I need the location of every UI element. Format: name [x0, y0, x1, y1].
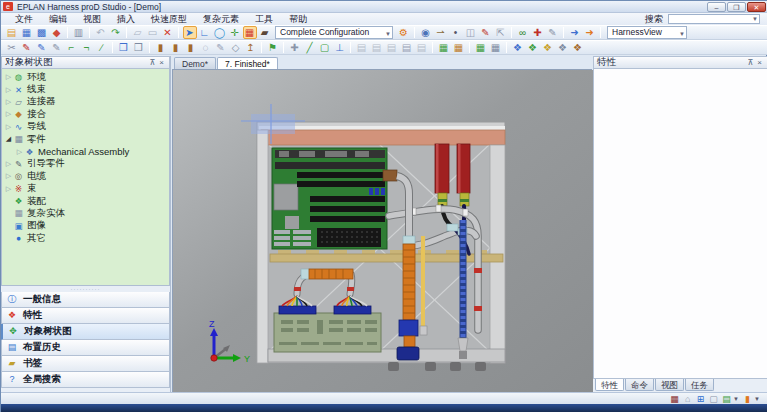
panel-button-4[interactable]: ▰书签: [1, 356, 170, 372]
menu-item-3[interactable]: 插入: [109, 14, 143, 24]
pen-light-icon[interactable]: ✎: [214, 41, 228, 54]
link-tool-icon[interactable]: ∞: [516, 26, 530, 39]
line-tool-icon[interactable]: ∕: [95, 41, 109, 54]
document-4-icon[interactable]: ▤: [400, 41, 414, 54]
table-view-4-icon[interactable]: ▦: [489, 41, 503, 54]
tree-expander-icon[interactable]: ▷: [15, 148, 24, 156]
configuration-settings-icon[interactable]: ⚙: [397, 26, 411, 39]
view-combo[interactable]: HarnessView▼: [607, 26, 687, 39]
document-tab-1[interactable]: 7. Finished*: [217, 57, 278, 69]
tree-item-11[interactable]: ▦复杂实体: [2, 207, 169, 219]
close-icon[interactable]: ×: [755, 58, 764, 67]
pen-red-icon[interactable]: ✎: [20, 41, 34, 54]
panel-button-1[interactable]: ❖特性: [1, 308, 170, 324]
workspace-mode-icon[interactable]: ▮: [741, 393, 754, 404]
cube-view-4-icon[interactable]: ❖: [556, 41, 570, 54]
library-1-icon[interactable]: ❒: [117, 41, 131, 54]
gem-tool-icon[interactable]: ◇: [229, 41, 243, 54]
selection-box-icon[interactable]: ▢: [707, 393, 720, 404]
cube-view-2-icon[interactable]: ❖: [526, 41, 540, 54]
panel-button-3[interactable]: ▤布置历史: [1, 340, 170, 356]
tree-expander-icon[interactable]: ▷: [4, 98, 13, 106]
tree-expander-icon[interactable]: ▷: [4, 185, 13, 193]
menu-item-5[interactable]: 复杂元素: [195, 14, 247, 24]
bundle-tool-3-icon[interactable]: ▮: [184, 41, 198, 54]
node-tool-icon[interactable]: ⊥: [333, 41, 347, 54]
import-arrow-1-icon[interactable]: ➜: [568, 26, 582, 39]
camera-view-icon[interactable]: ▰: [258, 26, 272, 39]
document-1-icon[interactable]: ▤: [355, 41, 369, 54]
dropdown-arrow-icon[interactable]: ▼: [385, 29, 391, 39]
segment-tool-icon[interactable]: ╱: [303, 41, 317, 54]
attach-tool-icon[interactable]: ✚: [531, 26, 545, 39]
point-tool-icon[interactable]: •: [449, 26, 463, 39]
viewport-3d[interactable]: Z Y: [172, 69, 592, 392]
motherboard-pcb[interactable]: [272, 148, 387, 249]
close-button[interactable]: ✕: [747, 2, 766, 12]
menu-item-7[interactable]: 帮助: [281, 14, 315, 24]
menu-item-2[interactable]: 视图: [75, 14, 109, 24]
properties-tab-0[interactable]: 特性: [595, 379, 624, 391]
zoom-fit-icon[interactable]: ⊞: [694, 393, 707, 404]
trim-tool-icon[interactable]: ✂: [5, 41, 19, 54]
inspect-tool-icon[interactable]: ◌: [199, 41, 213, 54]
pen-gray-icon[interactable]: ✎: [50, 41, 64, 54]
tree-expander-icon[interactable]: ◢: [4, 135, 13, 143]
table-view-3-icon[interactable]: ▦: [474, 41, 488, 54]
dropdown-arrow-icon[interactable]: ▼: [754, 396, 760, 402]
minimize-button[interactable]: –: [707, 2, 726, 12]
dimension-tool-icon[interactable]: ⇱: [494, 26, 508, 39]
orbit-view-icon[interactable]: ◯: [213, 26, 227, 39]
tree-item-4[interactable]: ▷∿导线: [2, 121, 169, 133]
measure-tool-icon[interactable]: ∟: [198, 26, 212, 39]
tree-item-5[interactable]: ◢▦零件: [2, 133, 169, 145]
library-2-icon[interactable]: ❒: [132, 41, 146, 54]
tree-expander-icon[interactable]: ▷: [4, 160, 13, 168]
blue-tube[interactable]: [458, 220, 468, 359]
document-3-icon[interactable]: ▤: [385, 41, 399, 54]
document-tab-0[interactable]: Demo*: [174, 57, 216, 69]
panel-button-5[interactable]: ?全局搜索: [1, 372, 170, 388]
plane-tool-icon[interactable]: ◫: [464, 26, 478, 39]
import-arrow-2-icon[interactable]: ➜: [583, 26, 597, 39]
tree-expander-icon[interactable]: ▷: [4, 123, 13, 131]
search-input[interactable]: ▼: [668, 14, 760, 24]
open-project-icon[interactable]: ▤: [5, 26, 19, 39]
menu-item-4[interactable]: 快速原型: [143, 14, 195, 24]
tree-item-0[interactable]: ▷◍环境: [2, 71, 169, 83]
document-2-icon[interactable]: ▤: [370, 41, 384, 54]
pen-blue-icon[interactable]: ✎: [35, 41, 49, 54]
search-dropdown-icon[interactable]: ▼: [752, 16, 758, 22]
add-tool-icon[interactable]: ✚: [288, 41, 302, 54]
find-tool-icon[interactable]: ◉: [419, 26, 433, 39]
sketch-tool-icon[interactable]: ✎: [479, 26, 493, 39]
panel-button-0[interactable]: ⓘ一般信息: [1, 292, 170, 308]
psu-box[interactable]: [274, 306, 381, 352]
tree-item-12[interactable]: ▣图像: [2, 220, 169, 232]
pin-icon[interactable]: ⊼: [147, 58, 157, 67]
display-config-icon[interactable]: ▤: [720, 393, 733, 404]
tree-item-8[interactable]: ▷◎电缆: [2, 170, 169, 182]
save-all-icon[interactable]: ▩: [35, 26, 49, 39]
paste-icon[interactable]: ▭: [146, 26, 160, 39]
menu-item-6[interactable]: 工具: [247, 14, 281, 24]
menu-item-1[interactable]: 编辑: [41, 14, 75, 24]
dropdown-arrow-icon[interactable]: ▼: [733, 396, 739, 402]
table-view-2-icon[interactable]: ▦: [452, 41, 466, 54]
select-cursor-icon[interactable]: ➤: [183, 26, 197, 39]
tree-item-7[interactable]: ▷✎引导零件: [2, 158, 169, 170]
tree-expander-icon[interactable]: ▷: [4, 73, 13, 81]
save-icon[interactable]: ▦: [20, 26, 34, 39]
route-tool-icon[interactable]: ⇀: [434, 26, 448, 39]
pencil-tool-icon[interactable]: ✎: [546, 26, 560, 39]
tree-item-9[interactable]: ▷※束: [2, 183, 169, 195]
tree-item-6[interactable]: ▷❖Mechanical Assembly: [2, 145, 169, 157]
properties-tab-2[interactable]: 视图: [655, 379, 684, 391]
tree-item-2[interactable]: ▷▱连接器: [2, 96, 169, 108]
maximize-button[interactable]: ❐: [727, 2, 746, 12]
pin-icon[interactable]: ⊼: [745, 58, 755, 67]
copy-icon[interactable]: ▱: [131, 26, 145, 39]
tree-expander-icon[interactable]: ▷: [4, 86, 13, 94]
configuration-combo[interactable]: Complete Configuration▼: [275, 26, 393, 39]
properties-tab-1[interactable]: 命令: [625, 379, 654, 391]
